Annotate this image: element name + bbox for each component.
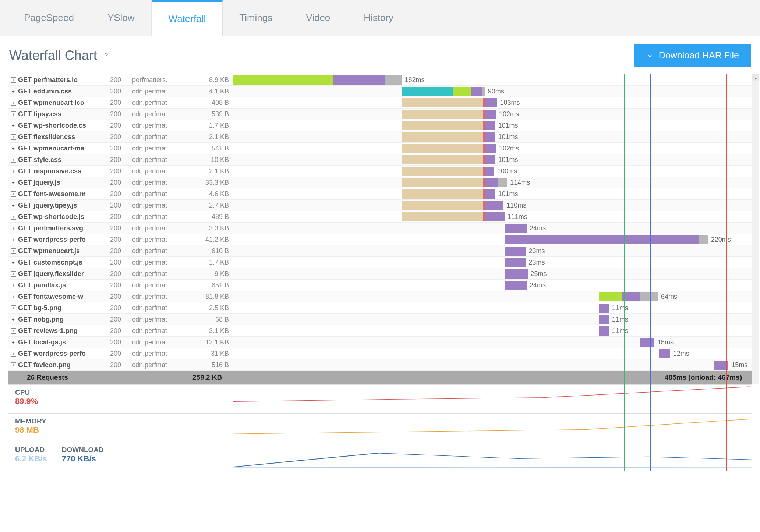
request-name[interactable]: GET bg-5.png bbox=[18, 304, 110, 312]
request-timeline: 15ms bbox=[233, 359, 752, 370]
summary-requests: 26 Requests bbox=[12, 373, 68, 382]
expand-icon[interactable]: + bbox=[11, 180, 16, 185]
request-name[interactable]: GET wpmenucart.js bbox=[18, 247, 110, 255]
request-time: 15ms bbox=[657, 338, 674, 346]
request-name[interactable]: GET reviews-1.png bbox=[18, 327, 110, 335]
request-time: 101ms bbox=[498, 190, 518, 198]
table-row: +GET favicon.png200cdn.perfmat516 B15ms bbox=[8, 359, 752, 371]
request-name[interactable]: GET font-awesome.m bbox=[18, 190, 110, 198]
expand-icon[interactable]: + bbox=[11, 271, 16, 277]
scrollbar[interactable]: ▴ bbox=[752, 74, 759, 384]
scroll-up-icon[interactable]: ▴ bbox=[752, 74, 759, 81]
request-time: 23ms bbox=[529, 259, 545, 266]
request-status: 200 bbox=[110, 224, 132, 232]
request-timeline: 12ms bbox=[233, 348, 752, 359]
expand-icon[interactable]: + bbox=[11, 146, 16, 151]
request-name[interactable]: GET perfmatters.svg bbox=[18, 224, 110, 232]
tab-yslow[interactable]: YSlow bbox=[91, 0, 152, 36]
expand-icon[interactable]: + bbox=[11, 169, 16, 174]
request-name[interactable]: GET wpmenucart-ico bbox=[18, 99, 110, 107]
table-row: +GET responsive.css200cdn.perfmat2.1 KB1… bbox=[8, 166, 752, 177]
tab-pagespeed[interactable]: PageSpeed bbox=[7, 0, 91, 36]
expand-icon[interactable]: + bbox=[11, 260, 16, 265]
request-name[interactable]: GET jquery.flexslider bbox=[18, 270, 110, 278]
expand-icon[interactable]: + bbox=[11, 226, 16, 231]
request-status: 200 bbox=[110, 293, 132, 301]
request-time: 25ms bbox=[531, 270, 547, 278]
request-name[interactable]: GET fontawesome-w bbox=[18, 293, 110, 301]
expand-icon[interactable]: + bbox=[11, 203, 16, 208]
request-name[interactable]: GET perfmatters.io bbox=[18, 76, 110, 84]
table-row: +GET style.css200cdn.perfmat10 KB101ms bbox=[8, 154, 752, 166]
request-timeline: 111ms bbox=[233, 211, 752, 222]
request-domain: cdn.perfmat bbox=[132, 224, 193, 232]
expand-icon[interactable]: + bbox=[11, 123, 16, 128]
table-row: +GET customscript.js200cdn.perfmat1.7 KB… bbox=[8, 257, 752, 268]
expand-icon[interactable]: + bbox=[11, 248, 16, 254]
tab-waterfall[interactable]: Waterfall bbox=[152, 0, 223, 36]
expand-icon[interactable]: + bbox=[11, 100, 16, 106]
expand-icon[interactable]: + bbox=[11, 305, 16, 311]
request-domain: cdn.perfmat bbox=[132, 88, 193, 95]
expand-icon[interactable]: + bbox=[11, 351, 16, 357]
request-timeline: 114ms bbox=[233, 177, 752, 188]
help-icon[interactable]: ? bbox=[102, 51, 111, 60]
request-name[interactable]: GET favicon.png bbox=[18, 361, 110, 369]
table-row: +GET jquery.js200cdn.perfmat33.3 KB114ms bbox=[8, 177, 752, 188]
expand-icon[interactable]: + bbox=[11, 214, 16, 220]
expand-icon[interactable]: + bbox=[11, 328, 16, 334]
expand-icon[interactable]: + bbox=[11, 191, 16, 197]
request-name[interactable]: GET wpmenucart-ma bbox=[18, 145, 110, 152]
request-name[interactable]: GET style.css bbox=[18, 156, 110, 164]
expand-icon[interactable]: + bbox=[11, 77, 16, 83]
request-time: 101ms bbox=[498, 133, 518, 141]
request-time: 114ms bbox=[510, 179, 530, 187]
expand-icon[interactable]: + bbox=[11, 89, 16, 94]
request-name[interactable]: GET parallax.js bbox=[18, 281, 110, 289]
download-har-button[interactable]: Download HAR File bbox=[634, 44, 751, 67]
request-name[interactable]: GET local-ga.js bbox=[18, 338, 110, 346]
request-time: 24ms bbox=[530, 224, 546, 232]
request-time: 102ms bbox=[499, 145, 519, 152]
request-name[interactable]: GET jquery.tipsy.js bbox=[18, 202, 110, 209]
request-time: 15ms bbox=[731, 361, 747, 369]
request-timeline: 15ms bbox=[233, 337, 752, 348]
request-status: 200 bbox=[110, 259, 132, 266]
tab-timings[interactable]: Timings bbox=[223, 0, 289, 36]
request-name[interactable]: GET customscript.js bbox=[18, 259, 110, 266]
expand-icon[interactable]: + bbox=[11, 340, 16, 345]
request-name[interactable]: GET flexslider.css bbox=[18, 133, 110, 141]
expand-icon[interactable]: + bbox=[11, 237, 16, 242]
expand-icon[interactable]: + bbox=[11, 317, 16, 322]
request-domain: cdn.perfmat bbox=[132, 327, 193, 335]
request-name[interactable]: GET wordpress-perfo bbox=[18, 236, 110, 244]
perf-cpu-row: CPU 89.9% bbox=[8, 384, 752, 413]
request-name[interactable]: GET edd.min.css bbox=[18, 88, 110, 95]
request-name[interactable]: GET wp-shortcode.js bbox=[18, 213, 110, 221]
request-timeline: 110ms bbox=[233, 200, 752, 211]
request-name[interactable]: GET wp-shortcode.cs bbox=[18, 122, 110, 130]
title-row: Waterfall Chart ? Download HAR File bbox=[0, 36, 760, 74]
request-name[interactable]: GET tipsy.css bbox=[18, 110, 110, 118]
tab-video[interactable]: Video bbox=[289, 0, 347, 36]
request-timeline: 101ms bbox=[233, 154, 752, 165]
expand-icon[interactable]: + bbox=[11, 157, 16, 163]
cpu-label: CPU bbox=[15, 389, 233, 397]
request-timeline: 11ms bbox=[233, 325, 752, 336]
expand-icon[interactable]: + bbox=[11, 134, 16, 140]
request-status: 200 bbox=[110, 145, 132, 152]
request-name[interactable]: GET wordpress-perfo bbox=[18, 350, 110, 358]
request-name[interactable]: GET nobg.png bbox=[18, 316, 110, 323]
request-time: 101ms bbox=[498, 156, 518, 164]
tab-history[interactable]: History bbox=[347, 0, 410, 36]
expand-icon[interactable]: + bbox=[11, 294, 16, 299]
request-timeline: 24ms bbox=[233, 223, 752, 234]
request-domain: cdn.perfmat bbox=[132, 190, 193, 198]
expand-icon[interactable]: + bbox=[11, 362, 16, 368]
request-name[interactable]: GET responsive.css bbox=[18, 167, 110, 175]
request-name[interactable]: GET jquery.js bbox=[18, 179, 110, 187]
table-row: +GET wpmenucart.js200cdn.perfmat610 B23m… bbox=[8, 245, 752, 257]
expand-icon[interactable]: + bbox=[11, 283, 16, 288]
network-chart bbox=[233, 442, 752, 471]
expand-icon[interactable]: + bbox=[11, 111, 16, 117]
